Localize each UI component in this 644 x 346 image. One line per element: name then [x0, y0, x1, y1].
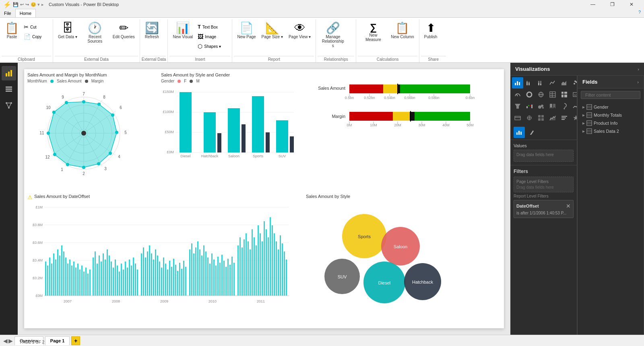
svg-text:2009: 2009: [160, 299, 168, 303]
svg-rect-226: [250, 249, 251, 296]
viz-icon-line[interactable]: [547, 77, 558, 89]
new-column-button[interactable]: 📋 New Column: [388, 21, 416, 50]
page-size-icon: 📐: [265, 23, 279, 34]
svg-text:£0M: £0M: [167, 150, 174, 154]
report-view-icon[interactable]: [2, 66, 16, 80]
viz-icon-r4-5[interactable]: [559, 112, 570, 124]
get-data-label: Get Data ▾: [58, 35, 77, 39]
external-data-label: External Data: [55, 56, 138, 62]
viz-icon-r4-4[interactable]: [547, 112, 558, 124]
viz-icon-donut[interactable]: [524, 89, 535, 100]
recent-sources-button[interactable]: 🕐 Recent Sources: [80, 21, 109, 50]
calculations-label: Calculations: [358, 56, 417, 62]
viz-icon-r4-1[interactable]: [512, 112, 523, 124]
fields-search-box[interactable]: [581, 91, 640, 99]
svg-text:8: 8: [103, 95, 105, 99]
paste-button[interactable]: 📋 Paste: [2, 21, 21, 50]
radar-svg: 7 8 6 5 4 3 2 1 12 11 10 9: [27, 85, 140, 181]
viz-icon-stacked-bar[interactable]: [524, 77, 535, 89]
help-link[interactable]: ?: [638, 10, 641, 14]
viz-format-button[interactable]: [526, 127, 538, 138]
model-view-icon[interactable]: [2, 98, 16, 113]
svg-point-30: [82, 100, 85, 103]
viz-icon-gauge[interactable]: [512, 89, 523, 100]
svg-rect-70: [266, 132, 270, 152]
field-arrow-product: ▶: [582, 122, 585, 125]
viz-icon-table[interactable]: [547, 89, 558, 100]
maximize-button[interactable]: ❐: [603, 0, 621, 9]
field-arrow-monthly: ▶: [582, 113, 585, 117]
viz-icon-r4-3[interactable]: [535, 112, 547, 124]
svg-text:Saloon: Saloon: [394, 244, 407, 249]
svg-rect-346: [587, 129, 592, 134]
viz-icon-bar[interactable]: [512, 77, 523, 89]
menu-item-home[interactable]: Home: [15, 9, 36, 17]
new-visual-button[interactable]: 📊 New Visual: [170, 21, 195, 50]
cut-button[interactable]: ✂ Cut: [22, 23, 50, 31]
svg-rect-235: [268, 237, 269, 296]
tab-next[interactable]: ▶: [8, 338, 13, 344]
shapes-button[interactable]: ⬡ Shapes ▾: [196, 42, 224, 51]
fields-search-input[interactable]: [585, 93, 641, 97]
new-measure-button[interactable]: ∑ New Measure: [359, 21, 388, 50]
viz-icon-map[interactable]: [535, 89, 547, 100]
viz-icon-matrix[interactable]: [559, 89, 570, 100]
data-view-icon[interactable]: [2, 82, 16, 97]
page-view-button[interactable]: 👁 Page View ▾: [286, 21, 313, 50]
viz-fields-button[interactable]: [514, 127, 525, 138]
svg-text:Hatchback: Hatchback: [201, 154, 219, 158]
viz-panel-expand[interactable]: ›: [638, 67, 639, 72]
edit-queries-icon: ✏: [119, 23, 128, 34]
svg-point-276: [574, 80, 576, 82]
chart-bar: Sales Amount by Style and Gender Gender …: [161, 72, 302, 189]
menu-item-file[interactable]: File: [0, 9, 15, 17]
svg-rect-133: [55, 260, 56, 296]
svg-text:5: 5: [124, 130, 127, 135]
margin-legend: Margin: [91, 79, 104, 83]
text-box-button[interactable]: T Text Box: [196, 23, 224, 31]
tab-prev[interactable]: ◀: [3, 338, 8, 344]
svg-rect-242: [282, 243, 283, 296]
svg-rect-150: [89, 270, 91, 296]
page-size-button[interactable]: 📐 Page Size ▾: [259, 21, 285, 50]
image-button[interactable]: 🖼 Image: [196, 32, 224, 41]
field-item-gender[interactable]: ▶ Gender: [579, 103, 642, 111]
viz-icon-funnel[interactable]: [512, 101, 523, 112]
viz-icon-r4-6[interactable]: [570, 112, 577, 124]
viz-icon-qna[interactable]: [559, 101, 570, 112]
refresh-button[interactable]: 🔄 Refresh: [142, 21, 161, 50]
viz-icon-100-bar[interactable]: [535, 77, 547, 89]
tab-add-button[interactable]: +: [71, 336, 80, 345]
viz-icon-kpi[interactable]: [570, 101, 577, 112]
field-arrow-sales: ▶: [582, 130, 585, 133]
viz-icon-r4-2[interactable]: [524, 112, 535, 124]
svg-rect-171: [133, 257, 134, 296]
svg-rect-99: [349, 112, 393, 121]
viz-icon-ribbon[interactable]: [547, 101, 558, 112]
tab-nav[interactable]: ◀ ▶: [3, 338, 13, 344]
close-button[interactable]: ✕: [622, 0, 641, 9]
new-page-button[interactable]: 📄 New Page: [235, 21, 258, 50]
copy-button[interactable]: 📄 Copy: [22, 32, 50, 41]
viz-icon-area[interactable]: [559, 77, 570, 89]
field-item-monthly-totals[interactable]: ▶ Monthly Totals: [579, 111, 642, 119]
refresh-content: 🔄 Refresh: [142, 19, 166, 56]
tab-page1[interactable]: Page 1: [45, 336, 70, 345]
svg-rect-137: [63, 251, 64, 296]
viz-icon-waterfall[interactable]: [524, 101, 535, 112]
svg-line-9: [6, 103, 9, 108]
get-data-button[interactable]: 🗄 Get Data ▾: [56, 21, 80, 50]
svg-text:2: 2: [83, 171, 85, 176]
publish-button[interactable]: ⬆ Publish: [422, 21, 440, 50]
relationships-label: Manage Relationships: [321, 35, 345, 48]
fields-panel-expand[interactable]: ›: [637, 80, 639, 84]
manage-relationships-button[interactable]: 🔗 Manage Relationships: [318, 21, 347, 50]
field-item-product-info[interactable]: ▶ Product Info: [579, 119, 642, 127]
viz-icon-scatter[interactable]: [570, 77, 577, 89]
field-item-sales-data-2[interactable]: ▶ Sales Data 2: [579, 127, 642, 135]
filter-close-button[interactable]: ✕: [566, 203, 571, 209]
minimize-button[interactable]: —: [584, 0, 602, 9]
viz-icon-bubble[interactable]: [535, 101, 547, 112]
edit-queries-button[interactable]: ✏ Edit Queries: [110, 21, 137, 50]
viz-icon-card[interactable]: 123: [570, 89, 577, 100]
